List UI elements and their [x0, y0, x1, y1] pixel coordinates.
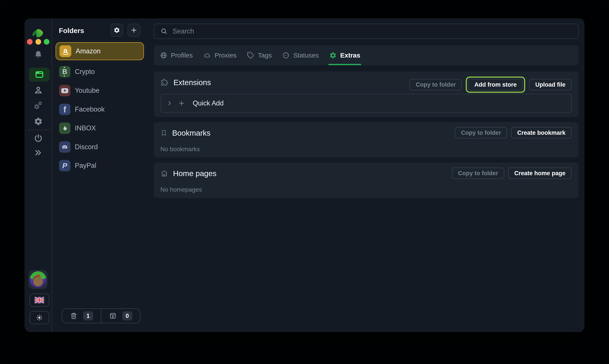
avatar-image	[30, 271, 46, 288]
status-dots-icon	[282, 52, 290, 59]
extensions-section: Extensions Copy to folder Add from store…	[154, 72, 579, 117]
create-home-page-button[interactable]: Create home page	[508, 168, 571, 179]
extensions-actions: Copy to folder Add from store Upload fil…	[410, 77, 571, 93]
highlight-ring: Add from store	[466, 77, 525, 93]
tab-tags[interactable]: Tags	[247, 45, 272, 65]
tab-statuses[interactable]: Statuses	[282, 45, 319, 65]
bookmarks-actions: Copy to folder Create bookmark	[455, 127, 571, 139]
homepages-empty-text: No homepages	[160, 186, 202, 193]
gear-icon	[329, 52, 337, 59]
trash-count-badge: 1	[83, 311, 93, 321]
amazon-folder-icon: a	[60, 45, 71, 57]
gear-icon	[114, 27, 120, 33]
homepages-section: Home pages Copy to folder Create home pa…	[154, 163, 579, 198]
facebook-folder-icon: f	[59, 104, 70, 115]
extensions-title: Extensions	[173, 78, 211, 87]
bookmarks-header: Bookmarks	[160, 127, 210, 139]
trash-counter[interactable]: 1	[62, 309, 101, 323]
folder-item-amazon[interactable]: a Amazon	[56, 42, 144, 60]
theme-toggle-button[interactable]	[29, 311, 49, 324]
language-flag-button[interactable]	[29, 294, 49, 307]
archive-icon	[109, 312, 117, 320]
folders-sidebar: Folders a Amazon B Crypto	[52, 18, 151, 332]
rail-divider	[28, 130, 50, 130]
collapse-chevrons-icon[interactable]	[33, 148, 43, 158]
plus-icon	[178, 100, 185, 106]
copy-to-folder-button[interactable]: Copy to folder	[410, 79, 462, 90]
folders-settings-button[interactable]	[110, 24, 123, 37]
user-avatar[interactable]	[28, 270, 48, 289]
search-icon	[160, 27, 168, 35]
copy-to-folder-button[interactable]: Copy to folder	[452, 168, 504, 179]
folder-item-crypto[interactable]: B Crypto	[56, 64, 144, 80]
search-input[interactable]	[173, 27, 572, 35]
home-icon	[160, 169, 168, 178]
extensions-header: Extensions	[160, 76, 211, 89]
chevron-right-icon	[167, 100, 173, 106]
automation-gears-icon[interactable]	[33, 101, 43, 111]
settings-gear-icon[interactable]	[33, 116, 43, 126]
archive-counter[interactable]: 0	[101, 309, 140, 323]
create-bookmark-button[interactable]: Create bookmark	[511, 127, 571, 139]
bookmarks-title: Bookmarks	[172, 129, 210, 137]
quick-add-label: Quick Add	[193, 99, 224, 107]
globe-icon	[160, 52, 167, 59]
tab-extras[interactable]: Extras	[329, 45, 360, 65]
homepages-title: Home pages	[173, 169, 216, 178]
app-logo-icon	[31, 27, 46, 43]
tag-icon	[247, 52, 254, 59]
add-from-store-button[interactable]: Add from store	[468, 79, 523, 90]
upload-file-button[interactable]: Upload file	[529, 79, 571, 90]
archive-count-badge: 0	[122, 311, 132, 321]
power-icon[interactable]	[33, 133, 43, 143]
flame-folder-icon	[59, 122, 70, 134]
folder-item-paypal[interactable]: P PayPal	[56, 158, 144, 173]
rail-item-browser-profiles-active[interactable]	[29, 68, 50, 82]
folder-item-discord[interactable]: Discord	[56, 139, 144, 155]
homepages-header: Home pages	[160, 167, 216, 180]
folder-item-inbox[interactable]: INBOX	[56, 120, 144, 136]
icon-rail	[25, 18, 52, 332]
sidebar-counters: 1 0	[62, 308, 141, 323]
trash-icon	[70, 312, 78, 320]
discord-folder-icon	[59, 141, 70, 153]
bitcoin-folder-icon: B	[59, 66, 70, 78]
tab-profiles[interactable]: Profiles	[160, 45, 193, 65]
bookmarks-section: Bookmarks Copy to folder Create bookmark…	[154, 122, 579, 157]
sidebar-title: Folders	[59, 27, 84, 35]
cloud-icon	[203, 52, 211, 59]
youtube-folder-icon	[59, 85, 70, 96]
bookmark-icon	[160, 129, 167, 137]
puzzle-icon	[160, 78, 169, 87]
sun-icon	[36, 314, 43, 321]
app-window: Folders a Amazon B Crypto	[25, 18, 584, 332]
tab-proxies[interactable]: Proxies	[203, 45, 236, 65]
plus-icon	[130, 27, 137, 33]
homepages-actions: Copy to folder Create home page	[452, 168, 571, 179]
add-folder-button[interactable]	[128, 24, 140, 37]
bookmarks-empty-text: No bookmarks	[160, 146, 200, 153]
uk-flag-icon	[35, 297, 44, 303]
copy-to-folder-button[interactable]: Copy to folder	[455, 127, 507, 139]
account-person-icon[interactable]	[33, 85, 43, 95]
folder-item-youtube[interactable]: Youtube	[56, 83, 144, 98]
tabs-bar: Profiles Proxies Tags	[154, 45, 579, 65]
quick-add-row[interactable]: Quick Add	[161, 94, 571, 113]
paypal-folder-icon: P	[59, 160, 70, 171]
notifications-bell-icon[interactable]	[33, 50, 43, 60]
folder-item-facebook[interactable]: f Facebook	[56, 102, 144, 117]
search-bar	[154, 24, 579, 39]
